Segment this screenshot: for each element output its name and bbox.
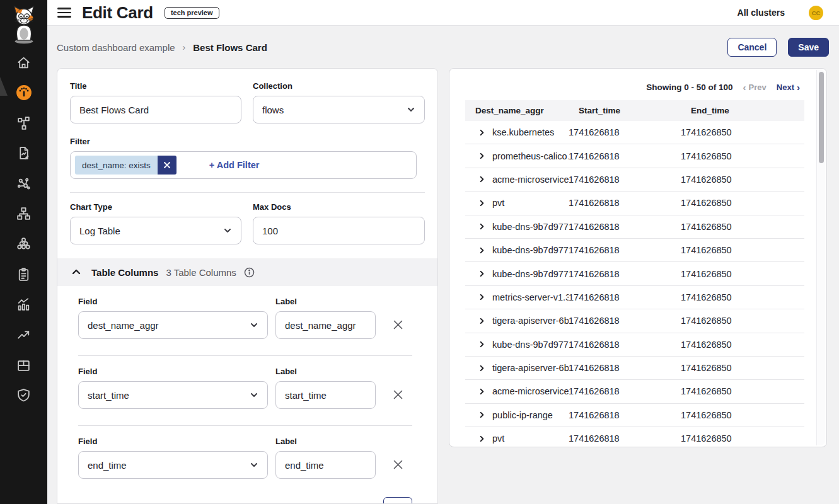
filter-chip-remove-icon[interactable] xyxy=(158,156,176,175)
cluster-selector[interactable]: All clusters xyxy=(738,8,785,18)
info-icon[interactable] xyxy=(244,267,255,278)
collection-select[interactable]: flows xyxy=(253,96,425,123)
field-value: start_time xyxy=(88,390,129,401)
label-input[interactable] xyxy=(275,311,376,339)
save-button[interactable]: Save xyxy=(788,38,829,57)
add-filter-button[interactable]: + Add Filter xyxy=(209,160,260,170)
row-expand-icon[interactable] xyxy=(478,294,485,301)
remove-column-icon[interactable] xyxy=(390,387,406,403)
home-icon[interactable] xyxy=(16,54,32,71)
chart-type-select[interactable]: Log Table xyxy=(70,217,241,244)
hierarchy-icon[interactable] xyxy=(16,205,32,222)
dest-name-cell: public-ip-range xyxy=(492,410,553,420)
start-time-cell: 1741626818 xyxy=(569,410,681,420)
dashboard-gauge-icon[interactable] xyxy=(16,84,32,101)
network-topology-icon[interactable] xyxy=(16,115,32,131)
calico-logo[interactable] xyxy=(8,5,40,44)
start-time-cell: 1741626818 xyxy=(569,127,681,137)
table-columns-section-header[interactable]: Table Columns 3 Table Columns xyxy=(57,258,437,286)
column-header-end-time: End_time xyxy=(691,106,804,115)
column-config-row: Field end_time Label xyxy=(78,437,412,479)
end-time-cell: 1741626850 xyxy=(681,198,804,208)
cluster-circles-icon[interactable] xyxy=(16,236,32,252)
filter-chip-text: dest_name: exists xyxy=(75,156,158,175)
dest-name-cell: kube-dns-9b7d977f… xyxy=(492,269,569,279)
row-expand-icon[interactable] xyxy=(478,411,485,418)
next-page-button[interactable]: Next › xyxy=(777,83,800,92)
label-input[interactable] xyxy=(275,381,376,409)
dest-name-cell: kube-dns-9b7d977f… xyxy=(492,222,569,232)
avatar[interactable]: CC xyxy=(809,6,823,20)
end-time-cell: 1741626850 xyxy=(681,222,804,232)
field-select[interactable]: dest_name_aggr xyxy=(78,311,268,339)
scrollbar-thumb[interactable] xyxy=(819,72,824,163)
end-time-cell: 1741626850 xyxy=(681,433,804,444)
label-input[interactable] xyxy=(275,451,376,479)
row-expand-icon[interactable] xyxy=(478,247,485,254)
breadcrumb-separator-icon: › xyxy=(183,42,186,52)
row-expand-icon[interactable] xyxy=(478,435,485,442)
table-columns-count: 3 Table Columns xyxy=(166,267,236,278)
dest-name-cell: kube-dns-9b7d977f… xyxy=(492,340,569,350)
filter-box[interactable]: dest_name: exists + Add Filter xyxy=(70,151,417,179)
cancel-button[interactable]: Cancel xyxy=(727,38,777,57)
start-time-cell: 1741626818 xyxy=(569,316,681,326)
trend-icon[interactable] xyxy=(16,326,32,343)
prev-label: Prev xyxy=(749,83,767,92)
start-time-cell: 1741626818 xyxy=(569,269,681,279)
row-expand-icon[interactable] xyxy=(478,341,485,348)
breadcrumb-row: Custom dashboard example › Best Flows Ca… xyxy=(57,38,829,57)
column-config-row: Field dest_name_aggr Label xyxy=(78,297,412,339)
add-column-button[interactable]: + xyxy=(383,497,412,504)
start-time-cell: 1741626818 xyxy=(569,292,681,302)
end-time-cell: 1741626850 xyxy=(681,386,804,396)
field-label: Field xyxy=(78,437,268,446)
row-expand-icon[interactable] xyxy=(478,200,485,207)
row-expand-icon[interactable] xyxy=(478,318,485,324)
table-row: kse.kubernetes17416268181741626850 xyxy=(465,121,804,144)
hamburger-menu-icon[interactable] xyxy=(57,8,71,17)
max-docs-input[interactable] xyxy=(253,217,425,244)
row-expand-icon[interactable] xyxy=(478,223,485,230)
scrollbar-track[interactable] xyxy=(816,70,825,445)
row-expand-icon[interactable] xyxy=(478,388,485,395)
row-expand-icon[interactable] xyxy=(478,129,485,136)
breadcrumb: Custom dashboard example › Best Flows Ca… xyxy=(57,42,267,53)
table-row: pvt17416268181741626850 xyxy=(465,427,804,447)
chevron-down-icon xyxy=(250,461,258,469)
field-value: end_time xyxy=(88,460,127,471)
column-header-start-time: Start_time xyxy=(579,106,691,115)
prev-page-button[interactable]: ‹ Prev xyxy=(743,83,767,92)
field-select[interactable]: start_time xyxy=(78,381,268,409)
row-expand-icon[interactable] xyxy=(478,176,485,183)
breadcrumb-parent[interactable]: Custom dashboard example xyxy=(57,42,175,53)
statistics-icon[interactable] xyxy=(16,296,32,312)
table-row: prometheus-calico…17416268181741626850 xyxy=(465,144,804,168)
filter-chip: dest_name: exists xyxy=(75,156,176,175)
shield-check-icon[interactable] xyxy=(16,387,32,403)
chevron-up-icon[interactable] xyxy=(71,267,81,277)
end-time-cell: 1741626850 xyxy=(681,410,804,420)
row-expand-icon[interactable] xyxy=(478,270,485,277)
sidebar-notch xyxy=(0,77,8,96)
table-row: tigera-apiserver-6b…17416268181741626850 xyxy=(465,357,804,380)
service-graph-icon[interactable] xyxy=(16,175,32,192)
start-time-cell: 1741626818 xyxy=(569,222,681,232)
clipboard-icon[interactable] xyxy=(16,266,32,282)
remove-column-icon[interactable] xyxy=(390,317,406,333)
row-expand-icon[interactable] xyxy=(478,365,485,372)
report-edit-icon[interactable] xyxy=(16,145,32,161)
start-time-cell: 1741626818 xyxy=(569,433,681,444)
table-row: kube-dns-9b7d977f…17416268181741626850 xyxy=(465,239,804,262)
field-select[interactable]: end_time xyxy=(78,451,268,479)
filter-label: Filter xyxy=(70,137,425,146)
title-input[interactable] xyxy=(70,96,241,123)
start-time-cell: 1741626818 xyxy=(569,175,681,185)
row-expand-icon[interactable] xyxy=(478,152,485,159)
remove-column-icon[interactable] xyxy=(390,457,406,472)
preview-panel: Showing 0 - 50 of 100 ‹ Prev Next › Dest… xyxy=(449,68,827,447)
package-box-icon[interactable] xyxy=(16,357,32,373)
dest-name-cell: pvt xyxy=(492,198,504,208)
start-time-cell: 1741626818 xyxy=(569,386,681,396)
label-label: Label xyxy=(275,367,376,376)
